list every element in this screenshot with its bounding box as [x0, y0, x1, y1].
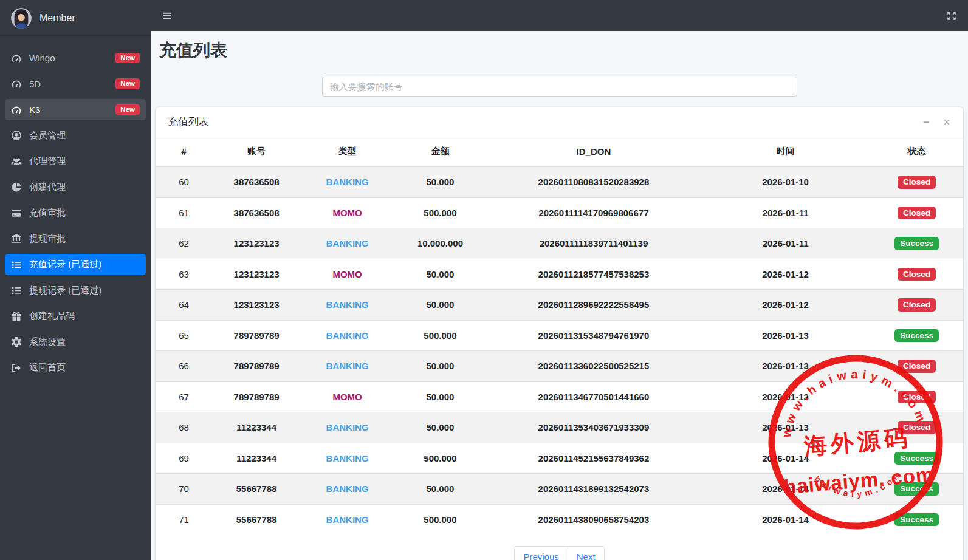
cell-date: 2026-01-13: [701, 412, 870, 443]
cell-account: 123123123: [212, 259, 301, 290]
pagination: Previous Next: [156, 546, 963, 560]
column-header: 金额: [394, 137, 487, 166]
cell-id-don: 2026011080831520283928: [487, 166, 701, 197]
cell-date: 2026-01-13: [701, 320, 870, 351]
cell-index: 63: [156, 259, 212, 290]
status-badge: Closed: [898, 391, 936, 404]
cell-type: MOMO: [301, 197, 394, 228]
cell-id-don: 2026011315348794761970: [487, 320, 701, 351]
cell-index: 62: [156, 228, 212, 259]
sidebar-item-wingo[interactable]: WingoNew: [5, 47, 146, 69]
search-input[interactable]: [322, 77, 797, 97]
sidebar-item-label: 提现记录 (已通过): [29, 285, 101, 296]
sidebar-item-label: 充值审批: [29, 207, 66, 219]
cell-id-don: 2026011431899132542073: [487, 474, 701, 505]
list-icon: [11, 259, 22, 270]
sidebar-item-label: 充值记录 (已通过): [29, 259, 101, 270]
sidebar-item-label: 5D: [29, 79, 41, 89]
cell-type: BANKING: [301, 351, 394, 382]
cell-date: 2026-01-11: [701, 228, 870, 259]
sidebar-item-recharge-approval[interactable]: 充值审批: [5, 202, 146, 224]
cell-type: BANKING: [301, 228, 394, 259]
table-row: 7055667788BANKING50.00020260114318991325…: [156, 474, 963, 505]
column-header: 状态: [870, 137, 963, 166]
card-icon: [11, 208, 22, 219]
sidebar-item-label: K3: [29, 104, 40, 115]
list-icon: [11, 285, 22, 296]
fullscreen-button[interactable]: [946, 10, 957, 21]
cell-account: 123123123: [212, 290, 301, 321]
cell-account: 55667788: [212, 474, 301, 505]
cell-amount: 50.000: [394, 166, 487, 197]
next-button[interactable]: Next: [568, 546, 605, 560]
cell-date: 2026-01-14: [701, 474, 870, 505]
status-badge: Closed: [898, 360, 936, 373]
table-row: 61387636508MOMO500.000202601111417096980…: [156, 197, 963, 228]
status-badge: Success: [894, 513, 939, 527]
sidebar-item-back-to-home[interactable]: 返回首页: [5, 357, 146, 378]
users-icon: [11, 156, 22, 167]
cell-type: MOMO: [301, 259, 394, 290]
sidebar-item-5d[interactable]: 5DNew: [5, 73, 146, 95]
cell-id-don: 2026011438090658754203: [487, 504, 701, 534]
cell-status: Closed: [870, 381, 963, 412]
table-row: 64123123123BANKING50.0002026011289692222…: [156, 290, 963, 321]
recharge-list-card: 充值列表 #: [156, 107, 963, 560]
sidebar-item-label: 代理管理: [29, 155, 66, 167]
gift-icon: [11, 311, 22, 322]
main-column: 充值列表 充值列表: [151, 0, 968, 560]
card-header: 充值列表: [156, 107, 963, 137]
sidebar-item-recharge-records[interactable]: 充值记录 (已通过): [5, 254, 146, 275]
column-header: #: [156, 137, 212, 166]
cell-amount: 500.000: [394, 320, 487, 351]
status-badge: Success: [894, 329, 939, 343]
cell-index: 71: [156, 504, 212, 534]
cell-id-don: 2026011289692222558495: [487, 290, 701, 321]
previous-button[interactable]: Previous: [514, 546, 568, 560]
bank-icon: [11, 233, 22, 244]
cell-amount: 50.000: [394, 412, 487, 443]
cell-date: 2026-01-12: [701, 259, 870, 290]
cell-id-don: 2026011114170969806677: [487, 197, 701, 228]
close-button[interactable]: [942, 118, 951, 126]
sidebar-user-panel[interactable]: Member: [0, 0, 151, 36]
gear-icon: [11, 336, 22, 347]
table-row: 6811223344BANKING50.00020260113534036719…: [156, 412, 963, 443]
cell-id-don: 2026011353403671933309: [487, 412, 701, 443]
sidebar-item-k3[interactable]: K3New: [5, 99, 146, 120]
cell-status: Closed: [870, 412, 963, 443]
cell-amount: 50.000: [394, 474, 487, 505]
minus-icon: [922, 118, 930, 126]
sidebar-item-withdraw-records[interactable]: 提现记录 (已通过): [5, 280, 146, 301]
collapse-button[interactable]: [922, 118, 930, 126]
cell-amount: 500.000: [394, 443, 487, 474]
cell-index: 65: [156, 320, 212, 351]
cell-amount: 50.000: [394, 381, 487, 412]
cell-status: Success: [870, 320, 963, 351]
status-badge: Success: [894, 237, 939, 250]
status-badge: Closed: [898, 268, 936, 281]
cell-date: 2026-01-10: [701, 166, 870, 197]
cell-index: 69: [156, 443, 212, 474]
sidebar-item-member-management[interactable]: 会员管理: [5, 125, 146, 146]
sidebar-item-system-settings[interactable]: 系统设置: [5, 332, 146, 353]
cell-id-don: 2026011336022500525215: [487, 351, 701, 382]
cell-index: 68: [156, 412, 212, 443]
sidebar-item-create-gift-code[interactable]: 创建礼品码: [5, 306, 146, 327]
gauge-icon: [11, 78, 22, 89]
sidebar-toggle-button[interactable]: [162, 10, 173, 21]
cell-account: 55667788: [212, 504, 301, 534]
expand-arrows-icon: [946, 10, 957, 21]
sidebar-item-withdraw-approval[interactable]: 提现审批: [5, 228, 146, 250]
cell-amount: 10.000.000: [394, 228, 487, 259]
search-row: [156, 77, 963, 97]
sidebar-item-create-agent[interactable]: 创建代理: [5, 177, 146, 198]
sidebar-nav: WingoNew5DNewK3New会员管理代理管理创建代理充值审批提现审批充值…: [0, 36, 151, 388]
table-row: 66789789789BANKING50.0002026011336022500…: [156, 351, 963, 382]
cell-status: Closed: [870, 351, 963, 382]
cell-account: 789789789: [212, 320, 301, 351]
status-badge: Closed: [898, 207, 936, 220]
status-badge: Success: [894, 482, 939, 496]
sidebar-item-agent-management[interactable]: 代理管理: [5, 151, 146, 172]
cell-account: 789789789: [212, 381, 301, 412]
